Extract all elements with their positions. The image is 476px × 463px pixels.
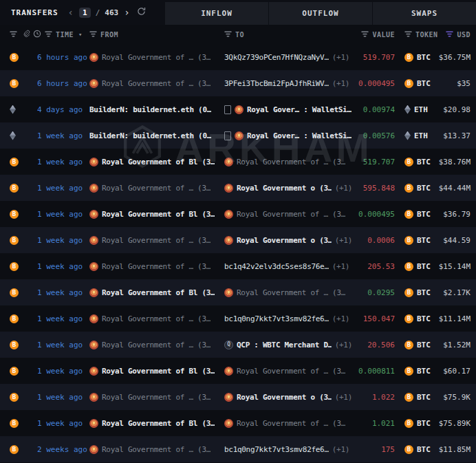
from-cell[interactable]: Royal Government of … (3… xyxy=(89,79,224,88)
transfer-time[interactable]: 1 week ago xyxy=(29,131,89,140)
to-cell[interactable]: Royal Government of … (3… xyxy=(224,419,352,428)
to-cell[interactable]: 3QkQz739oPCen7HfNQzaNyV…(+1) xyxy=(224,53,352,62)
tab-outflow[interactable]: OUTFLOW xyxy=(268,2,372,25)
to-entity[interactable]: Royal Government of … (3… xyxy=(237,158,345,166)
table-row[interactable]: 4 days ago BuilderN: buildernet.eth (0… … xyxy=(0,96,476,122)
table-row[interactable]: B 1 week ago Royal Government of … (3… b… xyxy=(0,253,476,279)
transfer-time[interactable]: 1 week ago xyxy=(29,314,89,323)
filter-icon[interactable] xyxy=(89,31,97,39)
from-cell[interactable]: Royal Government of Bl (3… xyxy=(89,367,224,376)
token-cell[interactable]: BBTC xyxy=(395,393,437,402)
token-cell[interactable]: ETH xyxy=(395,131,437,140)
token-cell[interactable]: BBTC xyxy=(395,445,437,454)
table-row[interactable]: B 2 weeks ago Royal Government of … (3… … xyxy=(0,436,476,462)
filter-icon-active[interactable] xyxy=(446,31,453,39)
token-cell[interactable]: BBTC xyxy=(395,53,437,62)
from-entity[interactable]: Royal Government of Bl (3… xyxy=(102,210,215,219)
to-cell[interactable]: Royal Gover… : WalletSi… xyxy=(224,131,352,140)
from-entity[interactable]: Royal Government of … (3… xyxy=(102,184,210,193)
from-cell[interactable]: Royal Government of … (3… xyxy=(89,262,224,271)
transfer-time[interactable]: 1 week ago xyxy=(29,367,89,376)
filter-icon[interactable] xyxy=(224,31,232,39)
transfer-time[interactable]: 1 week ago xyxy=(29,419,89,428)
transfer-time[interactable]: 1 week ago xyxy=(29,288,89,297)
transfer-time[interactable]: 4 days ago xyxy=(29,105,89,114)
table-row[interactable]: B 1 week ago Royal Government of Bl (3… … xyxy=(0,201,476,227)
to-entity[interactable]: 3QkQz739oPCen7HfNQzaNyV… xyxy=(224,53,329,62)
table-row[interactable]: B 1 week ago Royal Government of … (3… R… xyxy=(0,384,476,410)
to-cell[interactable]: Royal Government of … (3… xyxy=(224,210,352,219)
from-entity[interactable]: Royal Government of Bl (3… xyxy=(102,367,215,376)
token-cell[interactable]: BBTC xyxy=(395,314,437,323)
to-cell[interactable]: Royal Government of … (3… xyxy=(224,158,352,166)
transfer-time[interactable]: 6 hours ago xyxy=(29,79,89,88)
table-row[interactable]: B 1 week ago Royal Government of … (3… b… xyxy=(0,305,476,332)
from-entity[interactable]: Royal Government of Bl (3… xyxy=(102,419,215,428)
from-cell[interactable]: Royal Government of … (3… xyxy=(89,445,224,454)
filter-icon[interactable] xyxy=(10,31,17,39)
to-entity[interactable]: Royal Government o (3… xyxy=(237,184,332,193)
to-cell[interactable]: bc1q0ng7kkt7vt3smv82fe6…(+1) xyxy=(224,445,352,454)
token-cell[interactable]: BBTC xyxy=(395,184,437,193)
to-entity[interactable]: Royal Gover… : WalletSi… xyxy=(247,105,351,114)
next-page-button[interactable]: › xyxy=(123,8,130,17)
to-entity[interactable]: Royal Government of … (3… xyxy=(237,419,345,428)
to-cell[interactable]: bc1q0ng7kkt7vt3smv82fe6…(+1) xyxy=(224,314,352,323)
token-cell[interactable]: BBTC xyxy=(395,158,437,166)
column-header-time[interactable]: TIME ▾ xyxy=(29,30,89,39)
transfer-time[interactable]: 1 week ago xyxy=(29,393,89,402)
token-cell[interactable]: BBTC xyxy=(395,236,437,245)
from-cell[interactable]: BuilderN: buildernet.eth (0… xyxy=(89,105,224,114)
to-entity[interactable]: Royal Gover… : WalletSi… xyxy=(247,131,351,140)
token-cell[interactable]: BBTC xyxy=(395,367,437,376)
to-entity[interactable]: bc1q42v2elv3dc5ses8s76e… xyxy=(224,262,329,271)
transfer-time[interactable]: 1 week ago xyxy=(29,210,89,219)
table-row[interactable]: B 6 hours ago Royal Government of … (3… … xyxy=(0,70,476,96)
from-cell[interactable]: Royal Government of … (3… xyxy=(89,236,224,245)
from-entity[interactable]: Royal Government of … (3… xyxy=(102,445,210,454)
from-cell[interactable]: Royal Government of Bl (3… xyxy=(89,419,224,428)
to-cell[interactable]: 3PFei3TbcBmi2FpAJfhRiWV…(+1) xyxy=(224,79,352,88)
prev-page-button[interactable]: ‹ xyxy=(67,8,74,17)
to-entity[interactable]: bc1q0ng7kkt7vt3smv82fe6… xyxy=(224,445,329,454)
from-cell[interactable]: Royal Government of … (3… xyxy=(89,184,224,193)
column-header-token[interactable]: TOKEN xyxy=(395,31,437,39)
table-row[interactable]: B 1 week ago Royal Government of … (3… Q… xyxy=(0,332,476,358)
token-cell[interactable]: BBTC xyxy=(395,288,437,297)
to-entity[interactable]: Royal Government of … (3… xyxy=(237,367,345,376)
table-row[interactable]: B 6 hours ago Royal Government of … (3… … xyxy=(0,44,476,70)
to-cell[interactable]: bc1q42v2elv3dc5ses8s76e…(+1) xyxy=(224,262,352,271)
from-cell[interactable]: Royal Government of … (3… xyxy=(89,393,224,402)
transfer-time[interactable]: 6 hours ago xyxy=(29,53,89,62)
filter-icon[interactable] xyxy=(404,31,412,39)
to-entity[interactable]: Royal Government o (3… xyxy=(237,393,332,402)
from-entity[interactable]: Royal Government of … (3… xyxy=(102,236,210,245)
from-entity[interactable]: Royal Government of … (3… xyxy=(102,341,210,349)
to-cell[interactable]: Royal Government o (3…(+1) xyxy=(224,184,352,193)
column-header-to[interactable]: TO xyxy=(224,31,352,39)
column-header-from[interactable]: FROM xyxy=(89,31,224,39)
table-row[interactable]: B 1 week ago Royal Government of … (3… R… xyxy=(0,227,476,253)
to-entity[interactable]: 3PFei3TbcBmi2FpAJfhRiWV… xyxy=(224,79,329,88)
column-header-value[interactable]: VALUE xyxy=(352,31,395,39)
tab-inflow[interactable]: INFLOW xyxy=(165,2,268,25)
token-cell[interactable]: BBTC xyxy=(395,419,437,428)
to-cell[interactable]: Royal Government o (3…(+1) xyxy=(224,236,352,245)
to-entity[interactable]: bc1q0ng7kkt7vt3smv82fe6… xyxy=(224,314,329,323)
from-entity[interactable]: Royal Government of … (3… xyxy=(102,53,210,62)
table-row[interactable]: B 1 week ago Royal Government of Bl (3… … xyxy=(0,358,476,384)
column-header-usd[interactable]: USD xyxy=(437,31,470,39)
filter-icon[interactable] xyxy=(361,31,369,39)
transfer-time[interactable]: 1 week ago xyxy=(29,236,89,245)
table-row[interactable]: 1 week ago BuilderN: buildernet.eth (0… … xyxy=(0,122,476,149)
from-cell[interactable]: Royal Government of … (3… xyxy=(89,341,224,349)
token-cell[interactable]: BBTC xyxy=(395,210,437,219)
from-entity[interactable]: Royal Government of … (3… xyxy=(102,314,210,323)
from-entity[interactable]: Royal Government of Bl (3… xyxy=(102,158,215,166)
from-entity[interactable]: Royal Government of … (3… xyxy=(102,262,210,271)
transfer-time[interactable]: 1 week ago xyxy=(29,184,89,193)
transfers-tab[interactable]: TRANSFERS ‹ 1 / 463 › xyxy=(0,0,165,25)
refresh-button[interactable] xyxy=(137,7,146,18)
from-entity[interactable]: Royal Government of Bl (3… xyxy=(102,288,215,297)
from-entity[interactable]: BuilderN: buildernet.eth (0… xyxy=(89,131,211,140)
